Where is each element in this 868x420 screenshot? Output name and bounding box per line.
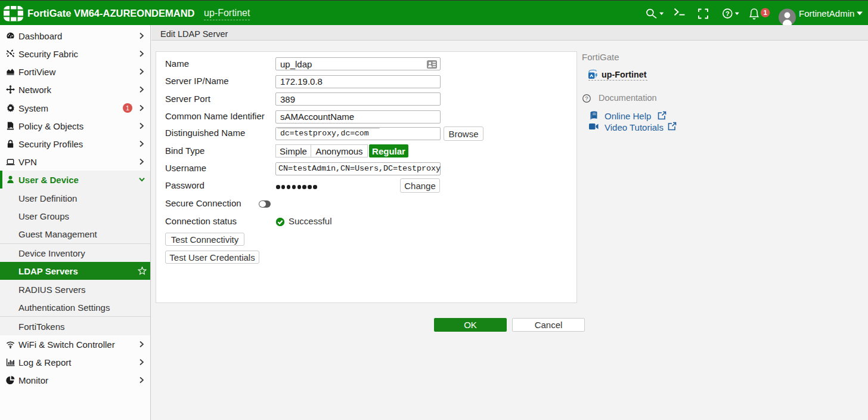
svg-text:1: 1 [763,9,767,16]
svg-text:?: ? [585,95,588,101]
svg-text:?: ? [726,10,730,17]
